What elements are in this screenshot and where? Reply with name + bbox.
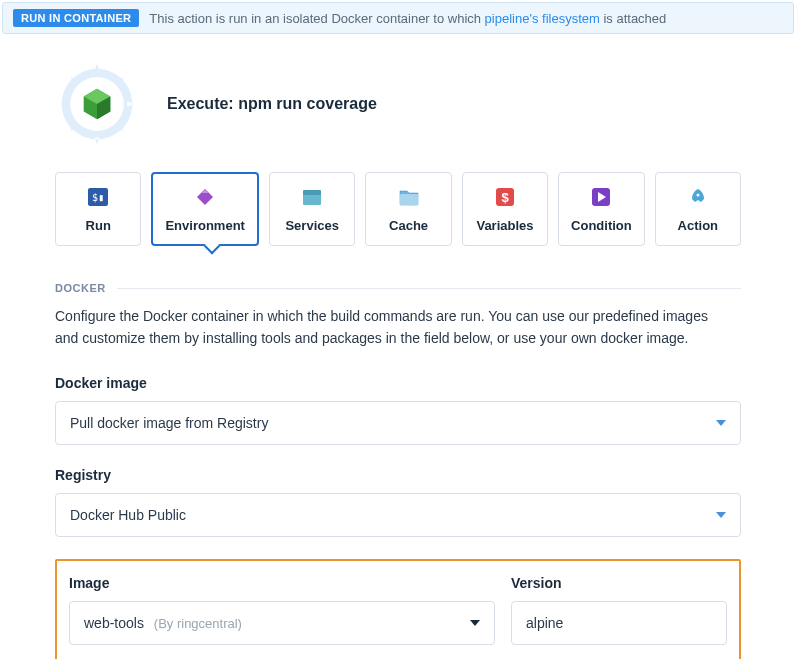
tab-label: Condition [571, 218, 632, 233]
image-version-highlight: Image web-tools (By ringcentral) Version [55, 559, 741, 659]
tab-services[interactable]: Services [269, 172, 355, 246]
registry-select[interactable]: Docker Hub Public [55, 493, 741, 537]
version-label: Version [511, 575, 727, 591]
chevron-down-icon [470, 620, 480, 626]
version-field: Version [511, 575, 727, 645]
tab-label: Action [678, 218, 718, 233]
svg-marker-7 [201, 189, 209, 193]
tab-bar: $▮ Run Environment Services Cache $ [55, 172, 741, 246]
tab-environment[interactable]: Environment [151, 172, 259, 246]
pipeline-filesystem-link[interactable]: pipeline's filesystem [485, 11, 600, 26]
tab-cache[interactable]: Cache [365, 172, 451, 246]
tab-label: Environment [165, 218, 244, 233]
tab-label: Cache [389, 218, 428, 233]
folder-icon [398, 186, 420, 208]
node-gear-icon [55, 62, 139, 146]
svg-point-15 [696, 193, 699, 196]
docker-image-label: Docker image [55, 375, 741, 391]
version-input[interactable] [511, 601, 727, 645]
registry-label: Registry [55, 467, 741, 483]
svg-rect-9 [303, 190, 321, 195]
image-value: web-tools [84, 615, 144, 631]
dollar-icon: $ [494, 186, 516, 208]
banner-text: This action is run in an isolated Docker… [149, 11, 666, 26]
image-label: Image [69, 575, 495, 591]
registry-field: Registry Docker Hub Public [55, 467, 741, 537]
svg-text:$▮: $▮ [92, 192, 104, 203]
container-banner: RUN IN CONTAINER This action is run in a… [2, 2, 794, 34]
banner-badge: RUN IN CONTAINER [13, 9, 139, 27]
page-header: Execute: npm run coverage [55, 34, 741, 172]
page-title: Execute: npm run coverage [167, 95, 377, 113]
tab-label: Variables [476, 218, 533, 233]
docker-image-value: Pull docker image from Registry [70, 415, 268, 431]
docker-section-title: DOCKER [55, 282, 741, 294]
registry-value: Docker Hub Public [70, 507, 186, 523]
tab-label: Run [86, 218, 111, 233]
tab-run[interactable]: $▮ Run [55, 172, 141, 246]
docker-image-select[interactable]: Pull docker image from Registry [55, 401, 741, 445]
box-icon [301, 186, 323, 208]
svg-rect-10 [400, 194, 418, 205]
docker-image-field: Docker image Pull docker image from Regi… [55, 375, 741, 445]
tab-label: Services [285, 218, 339, 233]
tab-action[interactable]: Action [655, 172, 741, 246]
chevron-down-icon [716, 512, 726, 518]
image-field: Image web-tools (By ringcentral) [69, 575, 495, 645]
terminal-icon: $▮ [87, 186, 109, 208]
tab-variables[interactable]: $ Variables [462, 172, 548, 246]
image-by-text: (By ringcentral) [154, 616, 242, 631]
banner-text-before: This action is run in an isolated Docker… [149, 11, 484, 26]
rocket-icon [687, 186, 709, 208]
docker-description: Configure the Docker container in which … [55, 306, 735, 349]
tab-condition[interactable]: Condition [558, 172, 644, 246]
chevron-down-icon [716, 420, 726, 426]
svg-text:$: $ [502, 189, 510, 204]
play-icon [590, 186, 612, 208]
image-select[interactable]: web-tools (By ringcentral) [69, 601, 495, 645]
diamond-icon [194, 186, 216, 208]
banner-text-after: is attached [600, 11, 667, 26]
